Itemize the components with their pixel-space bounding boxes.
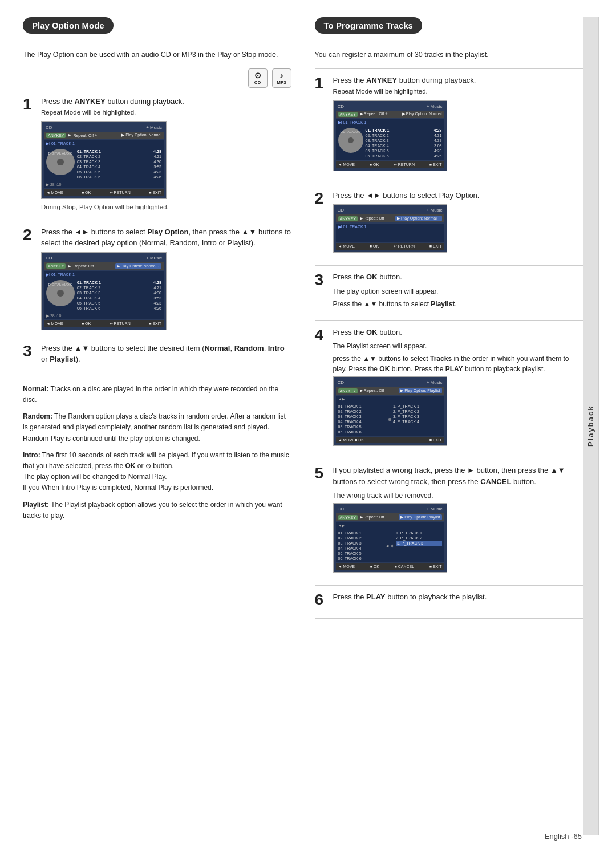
screen-1-topright: + Music bbox=[146, 125, 162, 130]
right-step-5-content: If you playlisted a wrong track, press t… bbox=[333, 465, 583, 576]
right-step-4-sub2: press the ▲▼ buttons to select Tracks in… bbox=[333, 354, 583, 374]
right-screen-2: CD+ Music ANYKEY ▶ Repeat: Off ▶ Play Op… bbox=[333, 204, 447, 253]
left-column: Play Option Mode The Play Option can be … bbox=[23, 17, 303, 835]
screen-1-topleft: CD bbox=[46, 125, 52, 130]
right-column: To Programme Tracks You can register a m… bbox=[303, 17, 583, 835]
left-intro-text: The Play Option can be used with an audi… bbox=[23, 50, 291, 60]
screen-1-topbar: CD + Music bbox=[44, 124, 164, 131]
right-step-3-sub1: The play option screen will appear. bbox=[333, 286, 583, 297]
right-step-4-content: Press the OK button. The Playlist screen… bbox=[333, 327, 583, 450]
step-1-caption: During Stop, Play Option will be highlig… bbox=[41, 202, 291, 212]
right-step-4: 4 Press the OK button. The Playlist scre… bbox=[315, 327, 583, 450]
page-container: Play Option Mode The Play Option can be … bbox=[0, 0, 616, 852]
desc-playlist: Playlist: The Playlist playback option a… bbox=[23, 500, 291, 521]
right-screen-5: CD+ Music ANYKEY ▶ Repeat: Off ▶ Play Op… bbox=[333, 503, 447, 573]
right-step-1-title: Press the ANYKEY button during playback.… bbox=[333, 75, 583, 97]
left-step-2: 2 Press the ◄► buttons to select Play Op… bbox=[23, 226, 291, 334]
right-step-6-content: Press the PLAY button to playback the pl… bbox=[333, 591, 583, 609]
right-step-4-title: Press the OK button. bbox=[333, 327, 583, 338]
footer-page-number: English -65 bbox=[545, 832, 582, 841]
step-number-2: 2 bbox=[23, 226, 37, 334]
right-screen-4: CD+ Music ANYKEY ▶ Repeat: Off ▶ Play Op… bbox=[333, 376, 447, 446]
screen-2: CD+ Music ANYKEY ▶ Repeat: Off ▶ Play Op… bbox=[41, 252, 167, 330]
right-step-number-3: 3 bbox=[315, 271, 329, 311]
right-section-header: To Programme Tracks bbox=[315, 17, 422, 34]
main-content: Play Option Mode The Play Option can be … bbox=[0, 0, 616, 852]
right-step-3: 3 Press the OK button. The play option s… bbox=[315, 271, 583, 311]
side-tab-label: Playback bbox=[586, 405, 595, 447]
screen-1-controls: ANYKEY ▶ Repeat: Off ÷ ▶ Play Option: No… bbox=[44, 132, 164, 139]
screen-1: CD + Music ANYKEY ▶ Repeat: Off ÷ ▶ Play… bbox=[41, 121, 167, 199]
screen-2-controls: ANYKEY ▶ Repeat: Off ▶ Play Option: Norm… bbox=[44, 262, 164, 270]
screen-2-tracks: 01. TRACK 14:28 02. TRACK 24:21 03. TRAC… bbox=[77, 280, 161, 311]
step-2-title: Press the ◄► buttons to select Play Opti… bbox=[41, 226, 291, 249]
step-number-1: 1 bbox=[23, 96, 37, 217]
right-step-6: 6 Press the PLAY button to playback the … bbox=[315, 591, 583, 609]
mp3-icon: ♪ MP3 bbox=[272, 68, 291, 88]
screen-2-bottombar: ◄ MOVE■ OK↩ RETURN■ EXIT bbox=[44, 320, 164, 327]
step-2-content: Press the ◄► buttons to select Play Opti… bbox=[41, 226, 291, 334]
right-step-3-sub2: Press the ▲▼ buttons to select Playlist. bbox=[333, 299, 583, 309]
step-number-3: 3 bbox=[23, 343, 37, 368]
step-1-title: Press the ANYKEY button during playback.… bbox=[41, 96, 291, 118]
right-step-6-title: Press the PLAY button to playback the pl… bbox=[333, 591, 583, 603]
right-step-4-sub1: The Playlist screen will appear. bbox=[333, 341, 583, 351]
right-step-5-title: If you playlisted a wrong track, press t… bbox=[333, 465, 583, 487]
right-screen-1: CD+ Music ANYKEY ▶ Repeat: Off ÷ ▶ Play … bbox=[333, 100, 447, 171]
screen-2-topbar: CD+ Music bbox=[44, 255, 164, 261]
right-intro-text: You can register a maximum of 30 tracks … bbox=[315, 50, 583, 60]
left-section-header: Play Option Mode bbox=[23, 17, 114, 34]
right-step-1-content: Press the ANYKEY button during playback.… bbox=[333, 75, 583, 175]
right-step-number-5: 5 bbox=[315, 465, 329, 576]
right-step-3-content: Press the OK button. The play option scr… bbox=[333, 271, 583, 311]
left-step-3: 3 Press the ▲▼ buttons to select the des… bbox=[23, 343, 291, 368]
right-step-number-6: 6 bbox=[315, 591, 329, 609]
right-step-2-content: Press the ◄► buttons to select Play Opti… bbox=[333, 190, 583, 257]
right-step-5-sub: The wrong track will be removed. bbox=[333, 490, 583, 501]
step-1-content: Press the ANYKEY button during playback.… bbox=[41, 96, 291, 217]
right-step-number-1: 1 bbox=[315, 75, 329, 175]
desc-normal: Normal: Tracks on a disc are played in t… bbox=[23, 384, 291, 405]
desc-random: Random: The Random option plays a disc's… bbox=[23, 411, 291, 444]
right-step-5: 5 If you playlisted a wrong track, press… bbox=[315, 465, 583, 576]
right-step-2-title: Press the ◄► buttons to select Play Opti… bbox=[333, 190, 583, 201]
right-step-3-title: Press the OK button. bbox=[333, 271, 583, 283]
step-3-content: Press the ▲▼ buttons to select the desir… bbox=[41, 343, 291, 368]
right-step-1: 1 Press the ANYKEY button during playbac… bbox=[315, 75, 583, 175]
left-step-1: 1 Press the ANYKEY button during playbac… bbox=[23, 96, 291, 217]
right-step-2: 2 Press the ◄► buttons to select Play Op… bbox=[315, 190, 583, 257]
cd-icon: ⊙ CD bbox=[248, 68, 268, 88]
side-tab: Playback bbox=[583, 17, 599, 835]
right-step-number-2: 2 bbox=[315, 190, 329, 257]
step-3-title: Press the ▲▼ buttons to select the desir… bbox=[41, 343, 291, 365]
right-step-number-4: 4 bbox=[315, 327, 329, 450]
desc-intro: Intro: The first 10 seconds of each trac… bbox=[23, 450, 291, 494]
icon-row: ⊙ CD ♪ MP3 bbox=[23, 68, 291, 88]
screen-1-bottombar: ◄ MOVE■ OK↩ RETURN■ EXIT bbox=[44, 189, 164, 196]
screen-1-tracks: 01. TRACK 14:28 02. TRACK 24:21 03. TRAC… bbox=[77, 149, 161, 180]
